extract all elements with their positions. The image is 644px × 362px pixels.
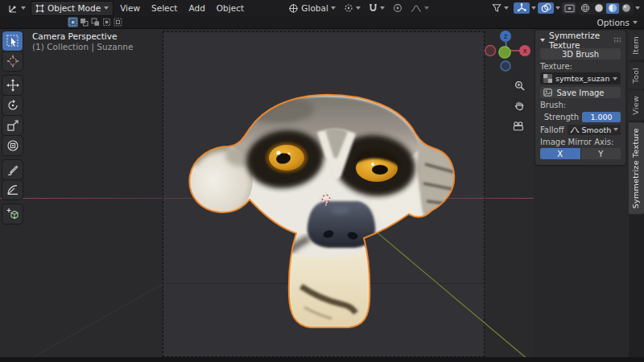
falloff-value: Smooth [582, 125, 612, 134]
proportional-falloff-button[interactable] [407, 3, 432, 14]
mirror-axis-label: Image Mirror Axis: [540, 138, 621, 146]
mirror-axis-y-button[interactable]: Y [580, 148, 621, 159]
chevron-down-icon [331, 6, 336, 10]
solid-sphere-icon [594, 3, 604, 13]
panel-drag-grip-icon[interactable] [613, 37, 621, 43]
magnet-icon [369, 3, 378, 13]
shading-solid-button[interactable] [592, 3, 605, 14]
shading-wireframe-button[interactable] [579, 3, 592, 14]
smooth-falloff-icon [570, 126, 580, 134]
snap-toggle-button[interactable] [365, 2, 388, 14]
tab-item[interactable]: Item [629, 31, 644, 60]
menu-view[interactable]: View [115, 2, 145, 14]
panel-header[interactable]: Symmetrize Texture [540, 34, 621, 46]
collection-object-label: (1) Collection | Suzanne [32, 42, 133, 52]
save-image-button[interactable]: Save Image [540, 87, 621, 98]
select-mode-subtract-button[interactable] [90, 17, 101, 27]
collapse-chevron-icon [540, 39, 545, 42]
3d-brush-button[interactable]: 3D Brush [540, 48, 621, 60]
tool-measure-button[interactable] [2, 180, 23, 200]
suzanne-model[interactable] [184, 90, 460, 333]
3d-brush-label: 3D Brush [562, 50, 599, 59]
tool-annotate-button[interactable] [2, 160, 23, 179]
shading-mode-group [578, 2, 634, 14]
tool-select-box-button[interactable] [2, 31, 23, 51]
chevron-down-icon [613, 128, 618, 131]
chevron-down-icon[interactable] [635, 6, 640, 10]
shading-material-button[interactable] [606, 3, 619, 14]
rotate-tool-icon [6, 99, 19, 112]
viewport-header: Object Mode View Select Add Object Globa… [0, 0, 644, 16]
editor-type-button[interactable] [4, 2, 29, 14]
measure-tool-icon [6, 183, 19, 196]
tool-rotate-button[interactable] [2, 96, 23, 115]
chevron-down-icon[interactable] [555, 6, 560, 10]
tab-tool[interactable]: Tool [629, 62, 644, 89]
xray-toggle-button[interactable] [562, 2, 576, 14]
select-mode-intersect-button[interactable] [113, 17, 123, 27]
menu-select[interactable]: Select [147, 2, 182, 14]
transform-orientation-dropdown[interactable]: Global [285, 2, 339, 14]
chevron-down-icon[interactable] [531, 6, 536, 10]
transform-tool-icon [6, 139, 19, 152]
falloff-select[interactable]: Smooth [568, 125, 621, 135]
select-mode-invert-button[interactable] [101, 17, 112, 27]
zoom-view-button[interactable] [512, 78, 526, 93]
select-mode-extend-button[interactable] [79, 17, 89, 27]
options-dropdown[interactable]: Options [597, 18, 638, 27]
view-object-types-button[interactable] [489, 2, 512, 14]
proportional-editing-button[interactable] [390, 2, 406, 14]
tab-symmetrize-texture[interactable]: Symmetrize Texture [629, 122, 644, 214]
select-set-icon [68, 18, 77, 27]
mirror-axis-group: X Y [540, 148, 621, 159]
toolbar [2, 31, 23, 224]
pan-view-button[interactable] [512, 98, 526, 113]
tool-settings-bar: Options [0, 16, 644, 29]
tool-move-button[interactable] [2, 76, 23, 95]
show-gizmo-button[interactable] [514, 2, 530, 14]
gizmo-x-label: x [523, 47, 527, 55]
navigation-gizmo[interactable]: z x [480, 29, 531, 76]
menu-object[interactable]: Object [212, 2, 249, 14]
wireframe-sphere-icon [580, 3, 590, 13]
options-label: Options [597, 18, 630, 27]
tool-transform-button[interactable] [2, 136, 23, 155]
shading-rendered-button[interactable] [620, 3, 633, 14]
texture-select[interactable]: symtex_suzanne.png [540, 72, 621, 84]
camera-icon [513, 121, 524, 131]
save-image-label: Save Image [556, 88, 604, 97]
tool-cursor-button[interactable] [2, 51, 23, 71]
camera-view-button[interactable] [511, 119, 526, 134]
gizmo-neg-z-ball[interactable] [501, 61, 510, 71]
mode-dropdown[interactable]: Object Mode [31, 1, 114, 16]
orientation-label: Global [301, 3, 328, 13]
gizmo-neg-x-ball[interactable] [485, 46, 496, 56]
strength-row: Strength 1.000 [540, 111, 621, 122]
filter-funnel-icon [492, 3, 502, 13]
3d-viewport[interactable]: Camera Perspective (1) Collection | Suza… [0, 29, 534, 357]
tab-view[interactable]: View [629, 90, 644, 121]
sidebar-panel-column: Symmetrize Texture 3D Brush Texture: sym… [534, 29, 629, 357]
strength-slider[interactable]: 1.000 [582, 112, 621, 122]
texture-checker-icon [543, 74, 552, 83]
chevron-down-icon [424, 6, 429, 10]
snap-target-button[interactable] [341, 2, 364, 14]
show-overlays-button[interactable] [538, 2, 554, 14]
editor-type-icon [7, 3, 19, 14]
snap-target-icon [344, 3, 353, 13]
material-sphere-icon [608, 3, 617, 13]
chevron-down-icon [633, 21, 638, 24]
mirror-axis-x-button[interactable]: X [540, 148, 580, 159]
gizmo-z-label: z [504, 33, 507, 40]
tool-add-cube-button[interactable] [2, 204, 23, 224]
sidebar-region: Symmetrize Texture 3D Brush Texture: sym… [534, 29, 644, 357]
viewport-overlay-text: Camera Perspective (1) Collection | Suza… [32, 31, 133, 52]
orientation-global-icon [288, 3, 299, 14]
gizmo-y-ball[interactable] [499, 47, 510, 58]
tool-scale-button[interactable] [2, 116, 23, 135]
menu-add[interactable]: Add [184, 2, 209, 14]
falloff-curve-icon [411, 4, 422, 13]
view-name-label: Camera Perspective [32, 31, 133, 42]
select-mode-set-button[interactable] [68, 17, 78, 27]
select-subtract-icon [91, 18, 100, 27]
